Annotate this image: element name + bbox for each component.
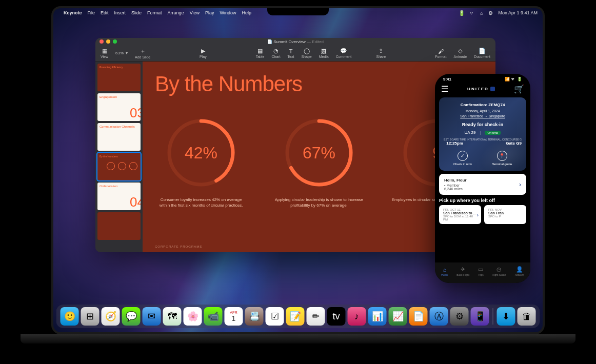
wifi-icon: ᯤ: [511, 77, 515, 82]
search-icon[interactable]: ⌕: [480, 10, 483, 16]
view-button[interactable]: ▦View: [101, 48, 108, 58]
signal-icon: 📶: [505, 77, 510, 82]
play-button[interactable]: ▶Play: [200, 48, 207, 58]
flight-number: UA 29: [465, 130, 476, 135]
menubar-clock[interactable]: Mon Apr 1 9:41 AM: [498, 10, 538, 15]
donut-caption: Applying circular leadership is shown to…: [273, 197, 365, 208]
shape-button[interactable]: ◯Shape: [301, 48, 311, 58]
checkin-button[interactable]: ✓Check in now: [453, 151, 472, 166]
tab-home[interactable]: ⌂Home: [441, 267, 448, 276]
app-navbar: ☰ UNITED 🛒: [435, 83, 530, 94]
tab-trips[interactable]: ▭Trips: [478, 266, 484, 276]
dock-downloads[interactable]: ⬇: [497, 307, 515, 326]
media-button[interactable]: 🖼Media: [319, 48, 329, 58]
dock-facetime[interactable]: 📹: [204, 307, 223, 326]
menu-arrange[interactable]: Arrange: [168, 10, 184, 15]
trip-card[interactable]: FRI, OCT 11San Francisco to DominicaSFO …: [439, 205, 481, 224]
slide-thumb-6[interactable]: Promoting Efficiency: [97, 64, 141, 91]
boarding-card[interactable]: Confirmation: ZEMQ74 Monday, April 1, 20…: [439, 97, 526, 171]
menu-edit[interactable]: Edit: [101, 10, 109, 15]
menu-slide[interactable]: Slide: [131, 10, 142, 15]
hamburger-icon[interactable]: ☰: [441, 84, 448, 94]
battery-icon[interactable]: 🔋: [459, 10, 465, 16]
dock-launchpad[interactable]: ⊞: [81, 307, 100, 326]
fullscreen-button[interactable]: [113, 39, 117, 44]
united-logo: UNITED: [467, 87, 495, 91]
dock-tv[interactable]: tv: [327, 307, 346, 326]
tab-book-flight[interactable]: ✈Book Flight: [456, 266, 469, 276]
share-button[interactable]: ⇪Share: [376, 48, 386, 58]
text-button[interactable]: TText: [288, 48, 294, 58]
trip-card[interactable]: FRI, NOVSan FranSFO to P: [484, 205, 526, 224]
animate-button[interactable]: ◇Animate: [453, 48, 467, 58]
window-title: 📄 Summit Overview — Edited: [267, 39, 324, 44]
dock-photos[interactable]: 🌸: [184, 307, 202, 326]
slide-footer: CORPORATE PROGRAMS: [155, 245, 202, 248]
check-icon: ✓: [458, 151, 468, 161]
section-heading: Pick up where you left off: [439, 198, 526, 203]
keynote-toolbar: ▦View 63%▾ ＋Add Slide ▶Play ▦Table ◔Char…: [95, 45, 495, 62]
dock-keynote[interactable]: 📊: [368, 307, 387, 326]
slide-navigator[interactable]: Promoting EfficiencyEngagement03Communic…: [95, 62, 143, 252]
menu-insert[interactable]: Insert: [114, 10, 126, 15]
menu-help[interactable]: Help: [242, 10, 252, 15]
donut-chart[interactable]: 42% Consumer loyalty increases 42% on av…: [155, 117, 247, 208]
dock-appstore[interactable]: Ⓐ: [430, 307, 448, 326]
add-slide-button[interactable]: ＋Add Slide: [135, 47, 150, 59]
minimize-button[interactable]: [106, 39, 110, 44]
dock-freeform[interactable]: ✏: [307, 307, 325, 326]
laptop-base: [21, 334, 575, 343]
zoom-dropdown[interactable]: 63%▾: [115, 51, 128, 55]
menu-view[interactable]: View: [190, 10, 200, 15]
comment-button[interactable]: 💬Comment: [336, 48, 351, 58]
iphone-mirror-window[interactable]: 9:41 📶ᯤ🔋 ☰ UNITED 🛒 Confirmation: ZEMQ74…: [435, 74, 530, 283]
pin-icon: 📍: [497, 151, 507, 161]
chevron-right-icon: ›: [519, 181, 521, 188]
dock-trash[interactable]: 🗑: [518, 307, 536, 326]
slide-thumb-10[interactable]: Collaboration04: [97, 183, 141, 210]
donut-caption: Consumer loyalty increases 42% on averag…: [155, 197, 247, 208]
dock-maps[interactable]: 🗺: [163, 307, 182, 326]
dock-reminders[interactable]: ☑: [266, 307, 284, 326]
slide-thumb-9[interactable]: By the Numbers: [97, 153, 141, 180]
document-button[interactable]: 📄Document: [474, 48, 490, 58]
dock-notes[interactable]: 📝: [286, 307, 305, 326]
dock-music[interactable]: ♪: [348, 307, 366, 326]
table-button[interactable]: ▦Table: [256, 48, 265, 58]
dock-contacts[interactable]: 📇: [245, 307, 264, 326]
slide-thumb-8[interactable]: Communication Channels: [97, 123, 141, 151]
dock-numbers[interactable]: 📈: [389, 307, 407, 326]
menu-file[interactable]: File: [88, 10, 95, 15]
donut-chart[interactable]: 67% Applying circular leadership is show…: [273, 117, 365, 208]
close-button[interactable]: [100, 39, 104, 44]
tab-flight-status[interactable]: ◷Flight Status: [492, 266, 506, 276]
menu-window[interactable]: Window: [220, 10, 236, 15]
chevron-right-icon: ›: [477, 212, 479, 217]
dock-safari[interactable]: 🧭: [102, 307, 120, 326]
account-card[interactable]: Hello, Fleur ▪ Member 6,246 miles ›: [439, 174, 526, 195]
dock-finder[interactable]: 🙂: [61, 307, 79, 326]
dock-messages[interactable]: 💬: [122, 307, 141, 326]
terminal-guide-button[interactable]: 📍Terminal guide: [492, 151, 512, 166]
status-badge: On time: [485, 131, 501, 135]
dock-iphone-mirror[interactable]: 📱: [471, 307, 489, 326]
dock-settings[interactable]: ⚙: [450, 307, 469, 326]
menu-app-name[interactable]: Keynote: [64, 10, 82, 15]
menu-play[interactable]: Play: [205, 10, 214, 15]
dock-pages[interactable]: 📄: [409, 307, 428, 326]
wifi-icon[interactable]: ᯤ: [470, 10, 475, 16]
menu-format[interactable]: Format: [147, 10, 162, 15]
dock-separator: [493, 308, 493, 325]
dock-calendar[interactable]: APR1: [225, 307, 243, 326]
format-button[interactable]: 🖌Format: [435, 48, 446, 58]
dock-mail[interactable]: ✉: [143, 307, 161, 326]
slide-title[interactable]: By the Numbers: [155, 72, 483, 96]
tab-bar: ⌂Home✈Book Flight▭Trips◷Flight Status👤Ac…: [435, 262, 530, 283]
chart-button[interactable]: ◔Chart: [271, 48, 280, 58]
slide-thumb-11[interactable]: [97, 212, 141, 240]
tab-account[interactable]: 👤Account: [515, 266, 524, 276]
control-center-icon[interactable]: ⚙: [488, 10, 493, 16]
cart-icon[interactable]: 🛒: [514, 84, 524, 94]
battery-icon: 🔋: [517, 77, 522, 82]
slide-thumb-7[interactable]: Engagement03: [97, 93, 141, 121]
